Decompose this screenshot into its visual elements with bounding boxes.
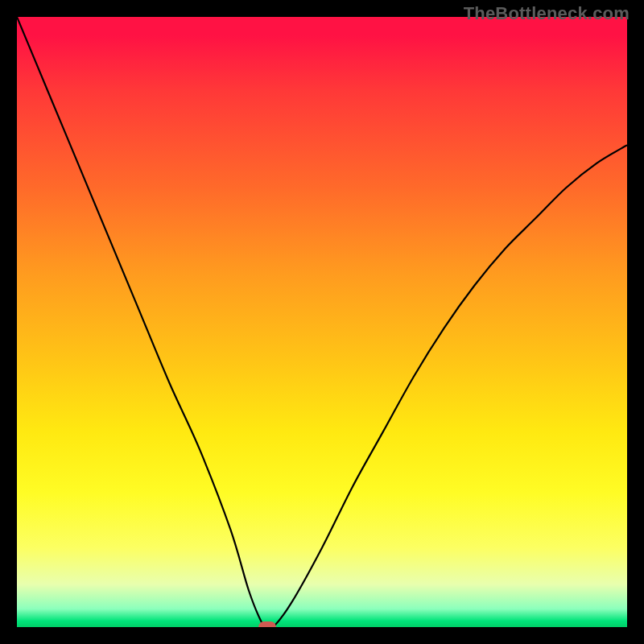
watermark-label: TheBottleneck.com <box>464 3 630 24</box>
bottleneck-curve <box>17 17 627 627</box>
curve-path <box>17 17 627 627</box>
chart-frame: TheBottleneck.com <box>0 0 644 644</box>
plot-area <box>17 17 627 627</box>
minimum-marker <box>258 621 276 627</box>
